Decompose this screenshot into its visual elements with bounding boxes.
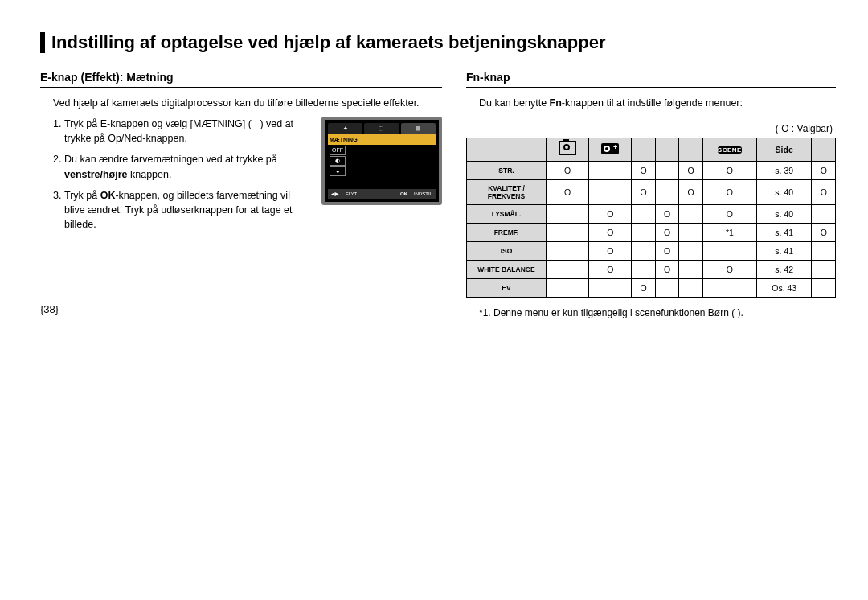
lcd-option: ◐ — [330, 156, 346, 166]
cell — [679, 205, 702, 224]
cell — [632, 261, 655, 279]
cell — [655, 180, 678, 205]
cell — [547, 242, 589, 261]
cell: O — [702, 180, 756, 205]
step-text: knappen. — [128, 169, 172, 180]
cell: O — [655, 224, 678, 242]
cell: O — [547, 180, 589, 205]
header-blank — [467, 138, 547, 162]
cell: O — [547, 162, 589, 180]
cell: O — [702, 261, 756, 279]
cell-side: s. 41 — [756, 242, 812, 261]
cell — [589, 279, 632, 298]
intro-bold: Fn — [550, 97, 562, 109]
cell — [812, 205, 836, 224]
fn-table: SCENE Side STR. O O O O s. 39 — [466, 138, 836, 298]
right-heading: Fn-knap — [466, 71, 836, 88]
left-intro: Ved hjælp af kameraets digitalprocessor … — [53, 96, 442, 110]
table-header-row: SCENE Side — [467, 138, 836, 162]
lcd-option: ● — [330, 166, 346, 176]
step-1: Tryk på E-knappen og vælg [MÆTNING] ( ) … — [64, 117, 305, 146]
cell — [655, 279, 678, 298]
lcd-footer: ◀▶FLYT OK INDSTIL — [328, 189, 436, 199]
step-bold: venstre/højre — [64, 169, 128, 180]
row-label: STR. — [467, 162, 547, 180]
cell-side: s. 39 — [756, 162, 812, 180]
section-title: Indstilling af optagelse ved hjælp af ka… — [51, 32, 606, 53]
cell: O — [589, 205, 632, 224]
table-row: STR. O O O O s. 39 O — [467, 162, 836, 180]
table-row: ISO O O s. 41 — [467, 242, 836, 261]
lcd-title: MÆTNING — [328, 134, 436, 145]
step-3: Tryk på OK-knappen, og billedets farvemæ… — [64, 188, 305, 232]
cell — [812, 279, 836, 298]
header-mode-5 — [679, 138, 702, 162]
cell — [702, 242, 756, 261]
row-label: FREMF. — [467, 224, 547, 242]
table-row: EV O Os. 43 — [467, 279, 836, 298]
header-mode-4 — [655, 138, 678, 162]
lcd-tab-selected: ▤ — [401, 123, 436, 134]
cell: O — [655, 205, 678, 224]
table-row: WHITE BALANCE O O O s. 42 — [467, 261, 836, 279]
cell — [547, 224, 589, 242]
cell: O — [632, 180, 655, 205]
cell-side: s. 41 — [756, 224, 812, 242]
step-text: Tryk på E-knappen og vælg [MÆTNING] ( — [64, 118, 252, 129]
left-heading: E-knap (Effekt): Mætning — [40, 71, 442, 88]
cell-side: s. 40 — [756, 205, 812, 224]
cell — [547, 261, 589, 279]
lcd-ok-label: OK — [400, 191, 407, 198]
cell — [702, 279, 756, 298]
step-bold: OK — [100, 190, 116, 201]
cell — [632, 242, 655, 261]
cell — [547, 279, 589, 298]
section-header: Indstilling af optagelse ved hjælp af ka… — [40, 32, 836, 53]
cell — [589, 180, 632, 205]
cell: O — [812, 224, 836, 242]
row-label: ISO — [467, 242, 547, 261]
cell — [655, 162, 678, 180]
cell: *1 — [702, 224, 756, 242]
scene-icon: SCENE — [718, 146, 742, 154]
cell — [679, 242, 702, 261]
cell — [812, 242, 836, 261]
cell-side: s. 40 — [756, 180, 812, 205]
cell: O — [679, 162, 702, 180]
intro-text: -knappen til at indstille følgende menue… — [562, 97, 743, 109]
cell-side: s. 42 — [756, 261, 812, 279]
table-row: LYSMÅL. O O O s. 40 — [467, 205, 836, 224]
cell — [632, 205, 655, 224]
header-mode-extra — [812, 138, 836, 162]
lcd-option-off: OFF — [330, 146, 346, 155]
cell — [679, 261, 702, 279]
cell: O — [589, 242, 632, 261]
header-mode-cam — [589, 138, 632, 162]
step-2: Du kan ændre farvemætningen ved at trykk… — [64, 152, 305, 181]
cell: O — [702, 162, 756, 180]
cell-side: Os. 43 — [756, 279, 812, 298]
row-label: WHITE BALANCE — [467, 261, 547, 279]
cell: O — [632, 162, 655, 180]
cell: O — [702, 205, 756, 224]
cell — [632, 224, 655, 242]
header-mode-3 — [632, 138, 655, 162]
header-mode-auto — [547, 138, 589, 162]
icon-placeholder — [252, 118, 260, 129]
table-row: KVALITET / FREKVENS O O O O s. 40 O — [467, 180, 836, 205]
cell: O — [655, 261, 678, 279]
row-label: KVALITET / FREKVENS — [467, 180, 547, 205]
cell: O — [655, 242, 678, 261]
table-footnote: *1. Denne menu er kun tilgængelig i scen… — [479, 307, 836, 318]
cell — [679, 279, 702, 298]
row-label: LYSMÅL. — [467, 205, 547, 224]
lcd-tab: ✦ — [328, 123, 362, 134]
lcd-set-label: INDSTIL — [414, 191, 432, 198]
right-column: Fn-knap Du kan benytte Fn-knappen til at… — [466, 71, 836, 318]
cell — [589, 162, 632, 180]
cell — [812, 261, 836, 279]
cell: O — [589, 224, 632, 242]
table-row: FREMF. O O *1 s. 41 O — [467, 224, 836, 242]
cell: O — [589, 261, 632, 279]
camera-plus-icon — [601, 143, 619, 154]
